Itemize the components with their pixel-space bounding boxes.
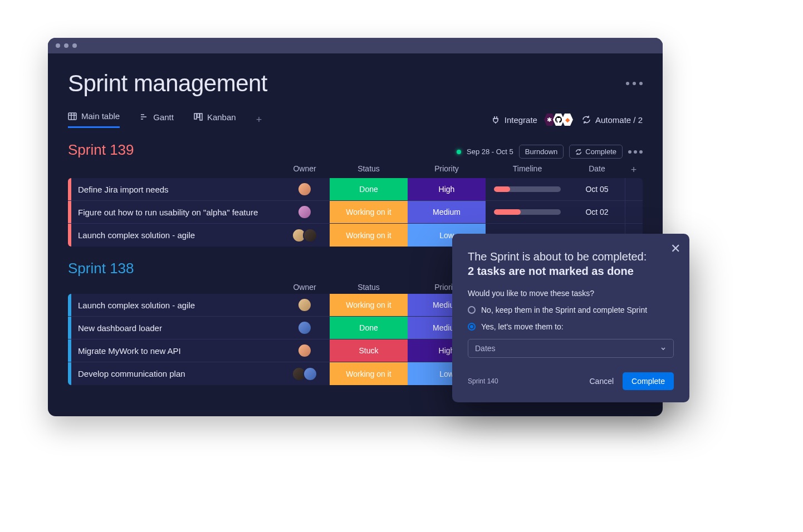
date-cell[interactable]: Oct 02 (569, 208, 625, 216)
task-name[interactable]: Launch complex solution - agile (71, 301, 280, 310)
automate-label: Automate / 2 (595, 115, 643, 125)
automate-icon (582, 115, 591, 124)
cancel-button[interactable]: Cancel (589, 377, 614, 386)
tab-kanban[interactable]: Kanban (194, 112, 236, 127)
traffic-light-zoom[interactable] (72, 43, 77, 48)
automate-button[interactable]: Automate / 2 (582, 115, 643, 125)
row-end (625, 178, 643, 200)
tabs-row: Main table Gantt Kanban + (68, 111, 643, 128)
dialog-option-no[interactable]: No, keep them in the Sprint and complete… (468, 306, 674, 314)
dialog-title-line1: The Sprint is about to be completed: (468, 248, 674, 265)
avatar[interactable] (303, 367, 317, 381)
complete-button[interactable]: Complete (623, 372, 674, 390)
add-column-button[interactable]: + (625, 164, 643, 176)
status-cell[interactable]: Done (330, 178, 408, 200)
dialog-option-yes[interactable]: Yes, let's move them to: (468, 322, 674, 331)
svg-rect-0 (68, 113, 76, 120)
table-row[interactable]: Define Jira import needsDoneHighOct 05 (68, 178, 643, 201)
status-cell[interactable]: Working on it (330, 224, 408, 247)
col-status: Status (330, 164, 408, 176)
owner-cell[interactable] (280, 367, 330, 381)
view-tabs: Main table Gantt Kanban + (68, 111, 262, 128)
svg-rect-3 (200, 114, 202, 120)
dialog-title-line2: 2 tasks are not marked as done (468, 265, 674, 278)
sprint-date-range: Sep 28 - Oct 5 (467, 147, 513, 156)
dialog-footer: Sprint 140 Cancel Complete (468, 372, 674, 390)
complete-sprint-button[interactable]: Complete (569, 145, 623, 159)
col-priority: Priority (408, 164, 486, 176)
svg-rect-1 (194, 114, 197, 119)
col-status: Status (330, 283, 408, 292)
owner-cell[interactable] (280, 298, 330, 312)
dialog-close-icon[interactable]: ✕ (670, 242, 680, 256)
owner-cell[interactable] (280, 321, 330, 335)
chevron-down-icon (660, 345, 667, 352)
dialog-select-target[interactable]: Dates (468, 339, 674, 358)
task-name[interactable]: Migrate MyWork to new API (71, 346, 280, 356)
more-menu-icon[interactable] (626, 82, 643, 85)
task-name[interactable]: New dashboard loader (71, 323, 280, 333)
task-name[interactable]: Define Jira import needs (71, 185, 280, 194)
sprint-139-controls: Sep 28 - Oct 5 Burndown Complete (457, 145, 643, 159)
col-owner: Owner (280, 283, 330, 292)
gitlab-icon[interactable]: ◆ (562, 114, 573, 126)
header-tools: Integrate ✱ ◆ Automate / 2 (491, 114, 643, 126)
add-view-button[interactable]: + (256, 114, 262, 126)
task-name[interactable]: Launch complex solution - agile (71, 230, 280, 240)
status-cell[interactable]: Working on it (330, 201, 408, 223)
status-cell[interactable]: Working on it (330, 294, 408, 316)
radio-icon (468, 323, 476, 331)
sprint-139-title[interactable]: Sprint 139 (68, 141, 134, 159)
dialog-hint: Sprint 140 (468, 377, 498, 385)
status-cell[interactable]: Stuck (330, 339, 408, 362)
dialog-actions: Cancel Complete (589, 372, 674, 390)
task-name[interactable]: Develop communication plan (71, 369, 280, 378)
avatar[interactable] (297, 321, 312, 335)
burndown-label: Burndown (525, 147, 558, 156)
table-row[interactable]: Figure out how to run usability on "alph… (68, 201, 643, 224)
dialog-question: Would you like to move these tasks? (468, 289, 674, 298)
sprint-138-title[interactable]: Sprint 138 (68, 260, 134, 277)
owner-cell[interactable] (280, 205, 330, 219)
tab-label: Kanban (207, 112, 236, 122)
status-cell[interactable]: Done (330, 317, 408, 339)
sprint-139-header: Sprint 139 Sep 28 - Oct 5 Burndown Compl… (68, 141, 643, 159)
sprint-139-block: Sprint 139 Sep 28 - Oct 5 Burndown Compl… (68, 141, 643, 247)
tab-main-table[interactable]: Main table (68, 111, 120, 128)
sprint-139-columns: Owner Status Priority Timeline Date + (68, 164, 643, 176)
traffic-light-close[interactable] (56, 43, 60, 48)
tab-gantt[interactable]: Gantt (140, 112, 174, 127)
avatar[interactable] (297, 343, 312, 358)
owner-cell[interactable] (280, 343, 330, 358)
owner-cell[interactable] (280, 182, 330, 196)
burndown-button[interactable]: Burndown (519, 145, 564, 159)
owner-cell[interactable] (280, 228, 330, 243)
priority-cell[interactable]: Medium (408, 201, 486, 223)
active-indicator-icon (457, 150, 461, 154)
header-row: Sprint management (68, 70, 643, 97)
sprint-more-icon[interactable] (628, 150, 643, 154)
kanban-icon (194, 112, 203, 121)
avatar[interactable] (303, 228, 317, 243)
option-no-label: No, keep them in the Sprint and complete… (481, 306, 647, 314)
timeline-cell[interactable] (486, 186, 569, 192)
timeline-cell[interactable] (486, 209, 569, 215)
col-owner: Owner (280, 164, 330, 176)
priority-cell[interactable]: High (408, 178, 486, 200)
window-titlebar (48, 38, 663, 53)
integrate-label: Integrate (505, 115, 537, 125)
avatar[interactable] (297, 205, 312, 219)
complete-label: Complete (585, 147, 616, 156)
traffic-light-minimize[interactable] (64, 43, 68, 48)
integrate-button[interactable]: Integrate (491, 115, 537, 125)
integration-icons: ✱ ◆ (546, 114, 573, 126)
task-name[interactable]: Figure out how to run usability on "alph… (71, 208, 280, 217)
complete-sprint-dialog: ✕ The Sprint is about to be completed: 2… (452, 234, 689, 402)
status-cell[interactable]: Working on it (330, 362, 408, 385)
date-cell[interactable]: Oct 05 (569, 185, 625, 194)
col-timeline: Timeline (486, 164, 569, 176)
avatar[interactable] (297, 298, 312, 312)
table-icon (68, 112, 77, 121)
option-yes-label: Yes, let's move them to: (481, 322, 564, 331)
avatar[interactable] (297, 182, 312, 196)
